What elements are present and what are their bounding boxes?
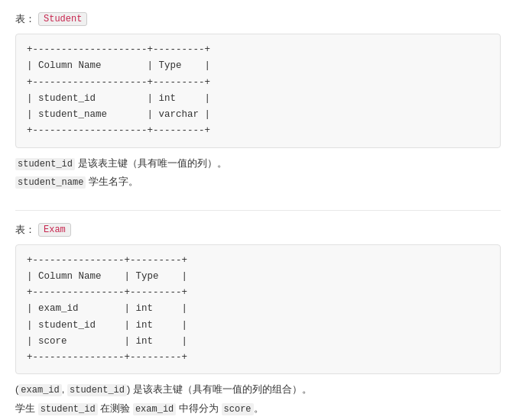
student-name-code: student_name — [15, 176, 86, 189]
exam-label-prefix: 表： — [15, 223, 35, 237]
student-label-prefix: 表： — [15, 12, 35, 26]
exam-desc-line1: (exam_id, student_id) 是该表主键（具有唯一值的列的组合）。 — [15, 380, 501, 399]
student-description: student_id 是该表主键（具有唯一值的列）。 student_name … — [15, 154, 501, 192]
student-desc-line1: student_id 是该表主键（具有唯一值的列）。 — [15, 154, 501, 173]
student-table-label: 表： Student — [15, 12, 501, 26]
exam-section: 表： Exam +----------------+---------+ | C… — [15, 223, 501, 418]
score-code: score — [222, 403, 254, 415]
exam-id-code: exam_id — [18, 384, 61, 396]
exam-id-code-2: exam_id — [133, 403, 176, 415]
student-desc-line2: student_name 学生名字。 — [15, 173, 501, 192]
student-id-code-2: student_id — [67, 384, 127, 396]
exam-table-label: 表： Exam — [15, 223, 501, 237]
student-section: 表： Student +--------------------+-------… — [15, 12, 501, 192]
student-id-code-3: student_id — [38, 403, 98, 415]
exam-desc-line2: 学生 student_id 在测验 exam_id 中得分为 score。 — [15, 399, 501, 418]
exam-table-name: Exam — [38, 223, 71, 237]
exam-table-code: +----------------+---------+ | Column Na… — [15, 244, 501, 375]
student-id-code-1: student_id — [15, 158, 75, 170]
section-divider — [15, 210, 501, 211]
exam-description: (exam_id, student_id) 是该表主键（具有唯一值的列的组合）。… — [15, 380, 501, 418]
student-table-name: Student — [38, 12, 87, 26]
page-container: 表： Student +--------------------+-------… — [15, 12, 501, 420]
student-table-code: +--------------------+---------+ | Colum… — [15, 34, 501, 148]
